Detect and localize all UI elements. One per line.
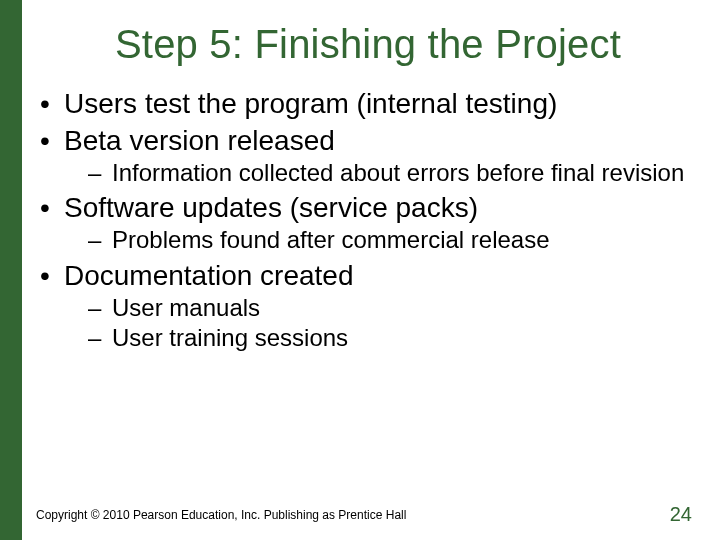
sub-bullet-list: Information collected about errors befor…	[64, 159, 700, 187]
sub-bullet-list: User manuals User training sessions	[64, 294, 700, 353]
page-number: 24	[670, 503, 692, 526]
bullet-text: Software updates (service packs)	[64, 192, 478, 223]
sub-bullet-text: User training sessions	[112, 324, 348, 351]
slide-title: Step 5: Finishing the Project	[36, 22, 700, 67]
copyright-text: Copyright © 2010 Pearson Education, Inc.…	[36, 508, 406, 522]
bullet-item: Users test the program (internal testing…	[36, 87, 700, 120]
bullet-list: Users test the program (internal testing…	[36, 87, 700, 352]
accent-bar	[0, 0, 22, 540]
content-area: Step 5: Finishing the Project Users test…	[36, 22, 700, 356]
bullet-text: Documentation created	[64, 260, 354, 291]
bullet-text: Beta version released	[64, 125, 335, 156]
bullet-item: Beta version released Information collec…	[36, 124, 700, 187]
sub-bullet-item: Problems found after commercial release	[64, 226, 700, 254]
sub-bullet-list: Problems found after commercial release	[64, 226, 700, 254]
bullet-text: Users test the program (internal testing…	[64, 88, 557, 119]
bullet-item: Software updates (service packs) Problem…	[36, 191, 700, 254]
sub-bullet-item: User manuals	[64, 294, 700, 322]
sub-bullet-item: Information collected about errors befor…	[64, 159, 700, 187]
slide: Step 5: Finishing the Project Users test…	[0, 0, 720, 540]
bullet-item: Documentation created User manuals User …	[36, 259, 700, 353]
sub-bullet-text: User manuals	[112, 294, 260, 321]
sub-bullet-text: Information collected about errors befor…	[112, 159, 684, 186]
sub-bullet-text: Problems found after commercial release	[112, 226, 550, 253]
sub-bullet-item: User training sessions	[64, 324, 700, 352]
